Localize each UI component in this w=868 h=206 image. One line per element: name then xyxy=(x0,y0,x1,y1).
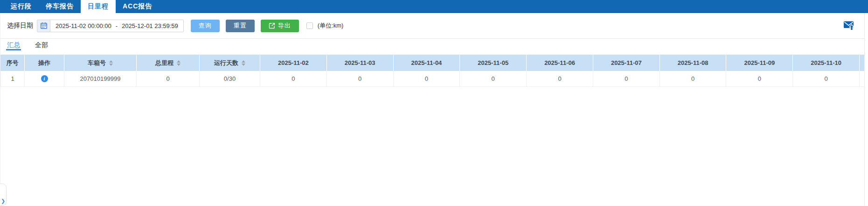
column-label: 2025-11-10 xyxy=(811,59,841,66)
cell-daily-mileage: 0 xyxy=(726,71,793,86)
tab-daily-mileage[interactable]: 日里程 xyxy=(81,0,116,13)
sort-icon[interactable] xyxy=(109,60,113,66)
view-subtabs: 汇总 全部 xyxy=(0,39,864,50)
column-header-total-mileage[interactable]: 总里程 xyxy=(137,55,200,71)
column-label: 运行天数 xyxy=(214,59,238,67)
column-label: 2025-11-02 xyxy=(278,59,309,66)
column-header-index: 序号 xyxy=(0,55,25,71)
column-header-d4: 2025-11-05 xyxy=(460,55,527,71)
column-header-d1: 2025-11-02 xyxy=(260,55,327,71)
column-header-d8: 2025-11-09 xyxy=(726,55,793,71)
column-header-d5: 2025-11-06 xyxy=(527,55,593,71)
column-header-partial xyxy=(860,55,864,71)
column-label: 2025-11-07 xyxy=(611,59,642,66)
date-picker-label: 选择日期 xyxy=(7,21,33,30)
cell-daily-mileage: 0 xyxy=(260,71,327,86)
column-label: 2025-11-08 xyxy=(678,59,708,66)
export-button[interactable]: 导出 xyxy=(261,20,299,32)
cell-index: 1 xyxy=(0,71,25,86)
tab-parking-report[interactable]: 停车报告 xyxy=(39,0,81,13)
tab-running-segment[interactable]: 运行段 xyxy=(4,0,39,13)
tab-acc-report[interactable]: ACC报告 xyxy=(116,0,159,13)
filter-toolbar: 选择日期 2025-11-02 00:00:00 - 2025- xyxy=(0,13,864,39)
column-header-d3: 2025-11-04 xyxy=(394,55,460,71)
cell-daily-mileage: 0 xyxy=(593,71,660,86)
export-button-label: 导出 xyxy=(278,21,291,30)
query-button[interactable]: 查询 xyxy=(191,20,220,32)
mileage-table: 序号操作车箱号总里程运行天数2025-11-022025-11-032025-1… xyxy=(0,55,864,87)
cell-partial xyxy=(860,71,864,86)
column-header-vehicle-no[interactable]: 车箱号 xyxy=(64,55,137,71)
cell-daily-mileage: 0 xyxy=(660,71,727,86)
column-label: 2025-11-04 xyxy=(411,59,442,66)
cell-daily-mileage: 0 xyxy=(793,71,860,86)
cell-operation: i xyxy=(25,71,64,86)
sort-icon[interactable] xyxy=(177,60,181,66)
subtab-all[interactable]: 全部 xyxy=(34,40,49,50)
table-body: 1i20701019999900/30000000000 xyxy=(0,71,864,87)
column-label: 2025-11-03 xyxy=(345,59,375,66)
cell-vehicle-no: 207010199999 xyxy=(64,71,137,86)
column-header-d7: 2025-11-08 xyxy=(660,55,727,71)
daily-mileage-panel: 选择日期 2025-11-02 00:00:00 - 2025- xyxy=(0,13,865,206)
column-header-operation: 操作 xyxy=(25,55,64,71)
cell-daily-mileage: 0 xyxy=(394,71,460,86)
column-header-d6: 2025-11-07 xyxy=(593,55,660,71)
cell-daily-mileage: 0 xyxy=(527,71,593,86)
column-label: 操作 xyxy=(38,59,50,67)
unit-checkbox[interactable] xyxy=(306,22,313,29)
column-label: 车箱号 xyxy=(88,59,106,67)
subtab-summary[interactable]: 汇总 xyxy=(6,40,21,50)
sort-icon[interactable] xyxy=(242,60,245,66)
unit-label: (单位:km) xyxy=(318,21,344,30)
column-label: 总里程 xyxy=(155,59,174,67)
mail-report-icon[interactable] xyxy=(843,21,855,31)
column-label: 序号 xyxy=(7,59,19,67)
column-header-d9: 2025-11-10 xyxy=(793,55,860,71)
date-range-start: 2025-11-02 00:00:00 xyxy=(56,22,111,29)
cell-run-days: 0/30 xyxy=(200,71,260,86)
chevron-right-icon: ❯ xyxy=(1,198,5,204)
table-header-row: 序号操作车箱号总里程运行天数2025-11-022025-11-032025-1… xyxy=(0,55,864,71)
date-range-input[interactable]: 2025-11-02 00:00:00 - 2025-12-01 23:59:5… xyxy=(37,20,184,32)
calendar-icon[interactable] xyxy=(37,20,50,32)
export-icon xyxy=(269,22,275,29)
cell-total-mileage: 0 xyxy=(137,71,200,86)
date-range-end: 2025-12-01 23:59:59 xyxy=(122,22,178,29)
column-label: 2025-11-06 xyxy=(544,59,575,66)
column-header-run-days[interactable]: 运行天数 xyxy=(200,55,260,71)
date-range-separator: - xyxy=(116,22,118,29)
column-label: 2025-11-05 xyxy=(478,59,508,66)
info-icon[interactable]: i xyxy=(41,75,48,82)
column-header-d2: 2025-11-03 xyxy=(327,55,394,71)
reset-button[interactable]: 重置 xyxy=(226,20,255,32)
table-row: 1i20701019999900/30000000000 xyxy=(0,71,864,87)
sidebar-expand-handle[interactable]: ❯ xyxy=(0,184,7,206)
date-range-value[interactable]: 2025-11-02 00:00:00 - 2025-12-01 23:59:5… xyxy=(50,20,183,32)
report-tab-bar: 运行段 停车报告 日里程 ACC报告 xyxy=(0,0,868,13)
column-label: 2025-11-09 xyxy=(744,59,775,66)
cell-daily-mileage: 0 xyxy=(460,71,527,86)
cell-daily-mileage: 0 xyxy=(327,71,394,86)
